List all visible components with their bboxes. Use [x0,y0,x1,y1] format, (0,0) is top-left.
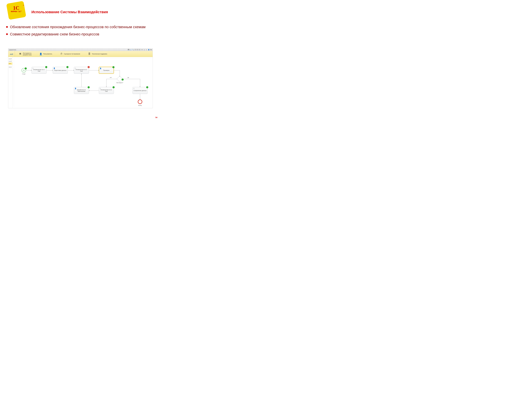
bullet-marker-icon [6,33,8,35]
dev-tools-icon: 🛠 [19,52,22,56]
window-icon[interactable]: ◻ [143,49,145,51]
user-icon: 👤 [39,52,43,56]
arrow-icon [139,87,140,88]
badge: 1 [45,66,47,68]
task-label: Оповещение по e-mail [100,89,113,92]
badge: 1 [88,86,90,88]
edge [68,70,74,70]
task-rework[interactable]: 👤 Доработки по замечаниям 1 [74,87,89,94]
bullet-list: Обновление состояния прохождения бизнес-… [6,25,155,39]
task-prepare-data[interactable]: 👤 Подготовка данных 1 [53,67,68,74]
sidebar-time: 46:28 [8,66,12,68]
titlebar-icons: 💾 🖨 🔍 M M+ M- ⊕ ◻ ▯ 👤 Зве [128,49,152,51]
memory-mminus-icon[interactable]: M- [139,49,141,51]
gear-icon: ⚙ [32,67,33,69]
user-icon[interactable]: 👤 [148,49,150,51]
memory-m-icon[interactable]: M [134,49,136,51]
user-icon: 👤 [100,68,101,69]
arrow-icon [73,70,74,71]
app-titlebar: едприятие) 💾 🖨 🔍 M M+ M- ⊕ ◻ ▯ 👤 Зве [8,49,153,51]
badge: 1 [113,86,114,88]
edge-label-no: нет [110,77,112,78]
task-label: Подготовка данных [54,70,66,71]
arrow-icon [89,90,89,91]
task-label: Доработки по замечаниям [75,89,88,92]
save-icon[interactable]: 💾 [128,49,129,51]
embedded-screenshot: едприятие) 💾 🖨 🔍 M M+ M- ⊕ ◻ ▯ 👤 Зве ани… [8,48,153,108]
gear-icon: ⚙ [100,88,101,89]
slide-title: Использование Системы Взаимодействия [32,10,108,14]
gateway-label: Всё верно? [116,82,124,83]
badge: 1 [25,67,27,70]
bullet-item: Обновление состояния прохождения бизнес-… [6,25,155,29]
edge [89,70,99,70]
edge-label-yes: да [127,77,129,78]
edge [89,90,99,91]
name-fragment: Зве [150,49,152,51]
logo-main: 1С [13,5,19,11]
database-icon: 🗄 [88,52,91,56]
print-icon[interactable]: 🖨 [130,49,132,51]
edge [106,79,107,87]
gear-icon: ⚙ [75,67,76,69]
stopwatch-icon: ⏱ [60,52,63,56]
registered-icon: ® [23,5,24,6]
sidebar-item[interactable]: еской [8,58,12,60]
task-label: Оповещение по e-mail [32,69,46,72]
sidebar: еской еской ских ; 46:28 [8,57,13,108]
gear-icon: ⚙ [133,88,134,89]
titlebar-left: едприятие) [9,49,16,51]
arrow-icon [119,76,120,77]
edge [46,70,53,70]
search-icon[interactable]: 🔍 [132,49,134,51]
task-notify-2[interactable]: ⚙ Оповещение по e-mail 2 [74,67,89,74]
memory-mplus-icon[interactable]: M+ [137,49,138,51]
arrow-icon [81,73,82,74]
sidebar-item[interactable] [8,65,12,66]
bpmn-canvas[interactable]: 1 Старт ⚙ Оповещение по e-mail 1 👤 Подго… [13,57,153,108]
badge: 1 [113,66,114,68]
edge [140,79,140,87]
arrow-icon [52,70,53,71]
end-event[interactable] [138,100,142,104]
page-number: 54 [155,116,157,119]
task-save-data[interactable]: ⚙ Сохранение данных 1 [133,87,147,94]
bullet-item: Совместное редактирование схем бизнес-пр… [6,32,155,37]
ribbon-section-testing[interactable]: ⏱ Сценарное тестирование [56,51,84,57]
user-icon: 👤 [53,67,55,69]
edge [122,79,140,79]
logo: 1С ® ФИРМА "1С" [9,5,24,13]
ribbon-section-dev-tools[interactable]: 🛠 Инструменты разработчика [15,51,35,57]
badge: 1 [146,86,148,88]
ribbon: аний 🛠 Инструменты разработчика 👤 Пользо… [8,51,153,57]
arrow-icon [139,99,140,100]
bullet-text: Обновление состояния прохождения бизнес-… [10,25,146,29]
start-event[interactable]: 1 [22,68,26,73]
start-event-label: Старт [20,73,28,75]
arrow-icon [98,70,99,71]
ribbon-section-user[interactable]: 👤 Пользователь [35,51,56,57]
end-event-label: Конец [136,105,144,106]
zoom-icon[interactable]: ⊕ [141,49,143,51]
sidebar-item[interactable]: еской [8,60,12,63]
ribbon-label: Техническая поддержка [92,53,107,55]
ribbon-label: Сценарное тестирование [64,53,80,55]
svg-marker-0 [23,70,25,71]
ribbon-label: Инструменты разработчика [23,52,32,56]
ribbon-section-support[interactable]: 🗄 Техническая поддержка [84,51,111,57]
ribbon-link[interactable]: аний [8,51,15,57]
badge: 2 [88,66,90,68]
task-label: Оповещение по e-mail [75,69,88,72]
bullet-text: Совместное редактирование схем бизнес-пр… [10,32,99,37]
badge: 1 [66,66,69,68]
edge [106,79,117,79]
panel-icon[interactable]: ▯ [146,49,147,51]
task-review[interactable]: 👤 Проверка 1 [99,67,114,74]
task-notify-1[interactable]: ⚙ Оповещение по e-mail 1 [32,67,46,74]
task-notify-3[interactable]: ⚙ Оповещение по e-mail 1 [99,87,114,94]
sidebar-item-selected[interactable]: ских ; [8,63,12,65]
task-label: Сохранение данных [133,90,146,91]
edge [140,94,140,100]
edge [26,70,32,70]
ribbon-label: Пользователь [43,53,52,55]
